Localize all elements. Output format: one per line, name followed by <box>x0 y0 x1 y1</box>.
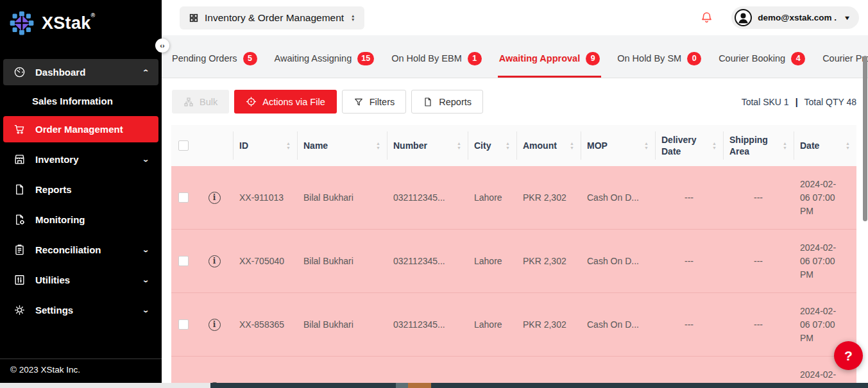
sliders-icon <box>13 274 26 286</box>
cell-name: Bilal Bukhari <box>297 256 387 266</box>
table-header: ID ▲▼ Name ▲▼ Number ▲▼ City ▲▼ Amount ▲… <box>171 125 856 166</box>
cell-shipping-area: --- <box>723 192 794 203</box>
row-checkbox[interactable] <box>178 256 189 266</box>
sidebar-item-label: Dashboard <box>35 67 85 78</box>
store-icon <box>13 153 26 165</box>
column-header-shipping-area[interactable]: Shipping Area ▲▼ <box>723 125 794 166</box>
sidebar-item-monitoring[interactable]: Monitoring <box>3 207 158 233</box>
info-icon[interactable]: i <box>208 319 221 331</box>
tab-count-badge: 0 <box>687 52 701 65</box>
cell-date: 2024-02-06 07:00 PM <box>794 241 856 282</box>
table-row[interactable]: i XX-911013 Bilal Bukhari 032112345... L… <box>171 166 856 230</box>
tab-on-hold-by-ebm[interactable]: On Hold By EBM 1 <box>391 39 482 78</box>
select-all-column-header <box>171 125 196 166</box>
user-menu[interactable]: demo@xstak.com . ▼ <box>731 6 859 29</box>
actions-via-file-button[interactable]: Actions via File <box>234 90 337 114</box>
cell-number: 032112345... <box>387 192 468 203</box>
column-header-amount[interactable]: Amount ▲▼ <box>516 125 581 166</box>
chevron-down-icon: ⌄ <box>142 156 149 163</box>
cell-amount: PKR 2,302 <box>516 192 581 203</box>
sitemap-icon <box>183 97 194 107</box>
table-toolbar: Bulk Actions via File Filters <box>162 78 868 125</box>
cell-amount: PKR 2,302 <box>516 319 581 330</box>
table-row[interactable]: i XX-705040 Bilal Bukhari 032112345... L… <box>171 230 856 293</box>
filters-button[interactable]: Filters <box>342 90 406 114</box>
sidebar-item-reports[interactable]: Reports <box>3 176 158 203</box>
column-header-name[interactable]: Name ▲▼ <box>297 125 387 166</box>
app-selector-dropdown[interactable]: Inventory & Order Management ▲▼ <box>180 6 364 30</box>
reports-button-label: Reports <box>439 97 472 107</box>
tab-count-badge: 4 <box>791 52 805 65</box>
tab-label: On Hold By SM <box>617 53 681 63</box>
file-icon <box>13 183 26 196</box>
bulk-button-label: Bulk <box>200 97 217 107</box>
bulk-button[interactable]: Bulk <box>172 90 229 114</box>
filter-funnel-icon <box>353 97 364 107</box>
column-header-date[interactable]: Date ▲▼ <box>794 125 856 166</box>
shopping-cart-icon <box>13 123 26 135</box>
tab-awaiting-approval[interactable]: Awaiting Approval 9 <box>499 39 600 78</box>
sidebar-item-utilities[interactable]: Utilities ⌄ <box>3 267 158 293</box>
table-row[interactable]: i 2024-02-06 07:00 PM <box>171 357 856 383</box>
row-checkbox[interactable] <box>178 192 189 203</box>
sort-carets-icon: ▲▼ <box>502 142 510 150</box>
select-all-checkbox[interactable] <box>178 140 189 151</box>
sidebar-item-label: Reconciliation <box>35 244 101 255</box>
cell-id: XX-911013 <box>233 192 297 203</box>
info-icon[interactable]: i <box>208 192 221 204</box>
sidebar-item-label: Order Management <box>35 124 123 135</box>
cell-mop: Cash On D... <box>581 256 655 266</box>
row-checkbox[interactable] <box>178 319 189 330</box>
status-tabs: Pending Orders 5 Awaiting Assigning 15 O… <box>162 35 868 78</box>
tab-on-hold-by-sm[interactable]: On Hold By SM 0 <box>617 39 701 78</box>
cell-delivery-date: --- <box>655 256 723 266</box>
sidebar-item-dashboard[interactable]: Dashboard ⌃ <box>3 59 158 85</box>
tab-awaiting-assigning[interactable]: Awaiting Assigning 15 <box>275 39 375 78</box>
user-email: demo@xstak.com . <box>758 13 837 22</box>
tab-label: Awaiting Approval <box>499 53 581 63</box>
sidebar-item-reconciliation[interactable]: Reconciliation ⌄ <box>3 237 158 263</box>
sort-carets-icon: ▲▼ <box>372 142 380 150</box>
chevron-down-icon: ⌄ <box>142 276 149 283</box>
totals-summary: Total SKU 1 | Total QTY 48 <box>742 97 856 107</box>
table-row[interactable]: i XX-858365 Bilal Bukhari 032112345... L… <box>171 293 856 357</box>
column-header-mop[interactable]: MOP ▲▼ <box>581 125 655 166</box>
cell-date: 2024-02-06 07:00 PM <box>794 305 856 345</box>
main-area: Inventory & Order Management ▲▼ demo@xst… <box>162 0 868 383</box>
cell-name: Bilal Bukhari <box>297 319 387 330</box>
bottom-edge-strip <box>0 383 868 388</box>
tab-courier-processing[interactable]: Courier Proc <box>822 39 868 78</box>
tab-count-badge: 9 <box>586 52 600 65</box>
taskbar-segment-gray <box>396 383 408 388</box>
sidebar-item-sales-information[interactable]: Sales Information <box>3 89 158 113</box>
tab-label: Courier Booking <box>719 53 785 63</box>
sidebar-item-label: Settings <box>35 305 73 316</box>
total-qty: Total QTY 48 <box>804 97 856 107</box>
xstak-logo-icon <box>8 10 35 37</box>
sort-carets-icon: ▲▼ <box>566 142 574 150</box>
reports-button[interactable]: Reports <box>411 90 483 114</box>
sort-carets-icon: ▲▼ <box>640 142 649 150</box>
tab-count-badge: 1 <box>468 52 482 65</box>
cell-city: Lahore <box>468 256 516 266</box>
column-header-city[interactable]: City ▲▼ <box>468 125 516 166</box>
cell-number: 032112345... <box>387 319 468 330</box>
column-header-id[interactable]: ID ▲▼ <box>233 125 297 166</box>
sidebar-collapse-toggle[interactable]: ‹› <box>155 38 169 53</box>
sidebar-item-settings[interactable]: Settings ⌄ <box>3 297 158 323</box>
sidebar: XStak® Dashboard ⌃ Sales Information Ord… <box>0 0 162 383</box>
column-header-delivery-date[interactable]: Delivery Date ▲▼ <box>655 125 723 166</box>
tab-pending-orders[interactable]: Pending Orders 5 <box>172 39 257 78</box>
sidebar-item-inventory[interactable]: Inventory ⌄ <box>3 146 158 173</box>
tab-label: Awaiting Assigning <box>275 53 352 63</box>
column-header-number[interactable]: Number ▲▼ <box>387 125 468 166</box>
total-sku: Total SKU 1 <box>742 97 789 107</box>
vertical-scrollbar-thumb[interactable] <box>863 56 867 221</box>
registered-mark: ® <box>91 12 96 19</box>
help-button[interactable]: ? <box>834 341 863 370</box>
info-icon[interactable]: i <box>208 255 221 267</box>
notification-bell-icon[interactable] <box>700 11 713 24</box>
sidebar-item-order-management[interactable]: Order Management <box>3 116 158 142</box>
cell-date: 2024-02-06 07:00 PM <box>794 368 856 384</box>
tab-courier-booking[interactable]: Courier Booking 4 <box>719 39 805 78</box>
